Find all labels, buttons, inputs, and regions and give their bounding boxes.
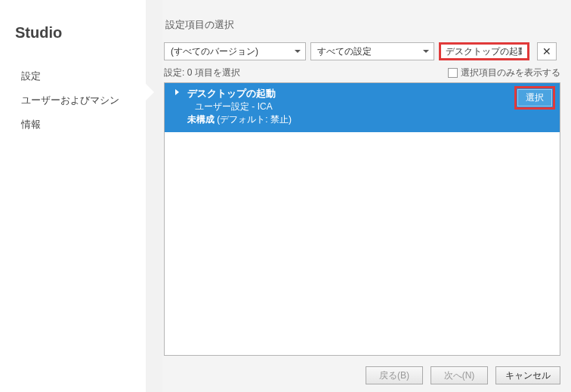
chevron-down-icon bbox=[423, 50, 429, 53]
version-dropdown[interactable]: (すべてのバージョン) bbox=[164, 42, 306, 60]
main-panel: 設定項目の選択 (すべてのバージョン) すべての設定 ✕ 設定: 0 項目を選択… bbox=[162, 0, 571, 392]
row-state-rest: (デフォルト: 禁止) bbox=[215, 114, 292, 125]
show-only-selected-toggle[interactable]: 選択項目のみを表示する bbox=[448, 66, 560, 79]
checkbox-icon[interactable] bbox=[448, 68, 458, 78]
sidebar-item-users-machines[interactable]: ユーザーおよびマシン bbox=[0, 88, 146, 113]
row-state: 未構成 (デフォルト: 禁止) bbox=[187, 113, 554, 126]
back-button[interactable]: 戻る(B) bbox=[366, 366, 423, 384]
select-button[interactable]: 選択 bbox=[517, 89, 552, 106]
footer-buttons: 戻る(B) 次へ(N) キャンセル bbox=[164, 356, 560, 384]
row-subtitle: ユーザー設定 - ICA bbox=[187, 100, 554, 113]
select-button-highlight: 選択 bbox=[514, 86, 555, 110]
status-row: 設定: 0 項目を選択 選択項目のみを表示する bbox=[164, 66, 560, 79]
caret-right-icon bbox=[175, 89, 179, 95]
selection-count-label: 設定: 0 項目を選択 bbox=[164, 66, 240, 79]
settings-list: デスクトップの起動 ユーザー設定 - ICA 未構成 (デフォルト: 禁止) 選… bbox=[164, 82, 560, 356]
row-state-strong: 未構成 bbox=[187, 114, 215, 125]
app-title: Studio bbox=[0, 18, 146, 64]
page-title: 設定項目の選択 bbox=[164, 18, 560, 32]
sidebar: Studio 設定 ユーザーおよびマシン 情報 bbox=[0, 0, 146, 392]
version-dropdown-label: (すべてのバージョン) bbox=[171, 45, 258, 58]
search-input[interactable] bbox=[441, 45, 527, 58]
show-only-selected-label: 選択項目のみを表示する bbox=[461, 66, 560, 79]
sidebar-item-info[interactable]: 情報 bbox=[0, 113, 146, 137]
settings-list-row[interactable]: デスクトップの起動 ユーザー設定 - ICA 未構成 (デフォルト: 禁止) 選… bbox=[165, 83, 560, 132]
settings-dropdown-label: すべての設定 bbox=[317, 45, 372, 58]
sidebar-arrow-icon bbox=[146, 0, 162, 392]
settings-dropdown[interactable]: すべての設定 bbox=[310, 42, 434, 60]
search-box-highlight bbox=[439, 42, 529, 60]
chevron-down-icon bbox=[295, 50, 301, 53]
cancel-button[interactable]: キャンセル bbox=[495, 366, 560, 384]
close-icon: ✕ bbox=[542, 45, 551, 57]
next-button[interactable]: 次へ(N) bbox=[431, 366, 488, 384]
sidebar-item-settings[interactable]: 設定 bbox=[0, 64, 146, 88]
filter-row: (すべてのバージョン) すべての設定 ✕ bbox=[164, 42, 560, 60]
clear-search-button[interactable]: ✕ bbox=[537, 42, 557, 60]
row-title: デスクトップの起動 bbox=[187, 88, 554, 100]
